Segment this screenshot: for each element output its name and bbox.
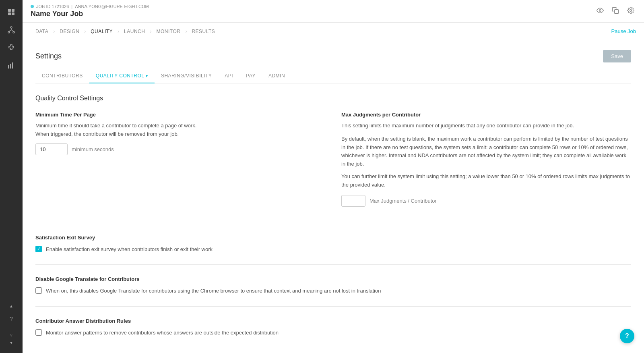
sidebar-collapse-down[interactable]: ▼ bbox=[9, 341, 13, 345]
nav-tab-results-label: RESULTS bbox=[192, 29, 215, 34]
tab-quality-control[interactable]: QUALITY CONTROL ▾ bbox=[89, 69, 155, 83]
nav-tabs: DATA › DESIGN › QUALITY › LAUNCH › MONIT… bbox=[23, 23, 644, 40]
sidebar: ▲ ? v ▼ bbox=[0, 0, 23, 353]
settings-title: Settings bbox=[35, 52, 62, 60]
answer-distribution-checkbox[interactable] bbox=[35, 329, 42, 336]
google-translate-row: When on, this disables Google Translate … bbox=[35, 287, 631, 295]
max-judgments-unit: Max Judgments / Contributor bbox=[369, 198, 437, 204]
answer-distribution-title: Contributor Answer Distribution Rules bbox=[35, 318, 631, 324]
nav-tab-data[interactable]: DATA bbox=[31, 23, 53, 40]
two-col-section: Minimum Time Per Page Minimum time it sh… bbox=[35, 112, 631, 207]
nav-tab-quality-label: QUALITY bbox=[91, 29, 113, 34]
svg-line-8 bbox=[9, 30, 11, 31]
svg-point-4 bbox=[10, 27, 12, 28]
satisfaction-survey-row: ✓ Enable satisfaction exit survey when c… bbox=[35, 245, 631, 253]
settings-tabs: CONTRIBUTORS QUALITY CONTROL ▾ SHARING/V… bbox=[35, 69, 631, 83]
divider-3 bbox=[35, 306, 631, 307]
save-button[interactable]: Save bbox=[603, 50, 631, 62]
sidebar-item-hierarchy[interactable] bbox=[4, 23, 19, 37]
svg-rect-14 bbox=[615, 9, 619, 13]
topbar-actions bbox=[595, 5, 636, 17]
nav-tab-results[interactable]: RESULTS bbox=[187, 23, 220, 40]
topbar: JOB ID 1721026 | ANNA.YONG@FIGURE-EIGHT.… bbox=[23, 0, 644, 23]
tab-pay[interactable]: PAY bbox=[239, 69, 262, 83]
pause-job-button[interactable]: Pause Job bbox=[611, 28, 636, 34]
help-button[interactable]: ? bbox=[620, 329, 634, 343]
eye-icon[interactable] bbox=[595, 5, 605, 17]
google-translate-label: When on, this disables Google Translate … bbox=[46, 287, 381, 295]
answer-distribution-section: Contributor Answer Distribution Rules Mo… bbox=[35, 318, 631, 337]
satisfaction-survey-label: Enable satisfaction exit survey when con… bbox=[46, 245, 213, 253]
nav-tab-launch[interactable]: LAUNCH bbox=[119, 23, 150, 40]
topbar-meta: JOB ID 1721026 | ANNA.YONG@FIGURE-EIGHT.… bbox=[31, 4, 595, 18]
min-time-input-row: minimum seconds bbox=[35, 143, 325, 155]
google-translate-checkbox[interactable] bbox=[35, 287, 42, 294]
sidebar-bottom: ▲ ? v ▼ bbox=[4, 304, 19, 345]
nav-tab-monitor[interactable]: MONITOR bbox=[151, 23, 185, 40]
nav-tab-launch-label: LAUNCH bbox=[124, 29, 145, 34]
sidebar-logo[interactable] bbox=[4, 5, 19, 19]
max-judgments-desc-1: This setting limits the maximum number o… bbox=[341, 122, 631, 130]
max-judgments-label: Max Judgments per Contributor bbox=[341, 112, 631, 118]
max-judgments-desc-3: You can further limit the system limit u… bbox=[341, 172, 631, 189]
sidebar-version: v bbox=[10, 332, 12, 337]
settings-content: Settings Save CONTRIBUTORS QUALITY CONTR… bbox=[23, 40, 644, 353]
satisfaction-survey-section: Satisfaction Exit Survey ✓ Enable satisf… bbox=[35, 235, 631, 253]
satisfaction-survey-title: Satisfaction Exit Survey bbox=[35, 235, 631, 241]
min-time-unit: minimum seconds bbox=[72, 146, 114, 152]
job-id-text: JOB ID 1721026 bbox=[36, 4, 69, 9]
copy-icon[interactable] bbox=[610, 5, 621, 17]
section-title: Quality Control Settings bbox=[35, 95, 631, 102]
nav-tab-monitor-label: MONITOR bbox=[156, 29, 180, 34]
user-email: ANNA.YONG@FIGURE-EIGHT.COM bbox=[75, 4, 149, 9]
answer-distribution-row: Monitor answer patterns to remove contri… bbox=[35, 329, 631, 337]
svg-point-5 bbox=[8, 31, 10, 33]
sidebar-item-chart[interactable] bbox=[4, 58, 19, 73]
svg-rect-2 bbox=[8, 12, 11, 15]
max-judgments-input[interactable] bbox=[341, 195, 365, 207]
svg-rect-1 bbox=[12, 9, 14, 12]
min-time-label: Minimum Time Per Page bbox=[35, 112, 325, 118]
sidebar-collapse-up[interactable]: ▲ bbox=[9, 304, 13, 308]
dropdown-arrow-icon: ▾ bbox=[146, 74, 148, 78]
tab-sharing[interactable]: SHARING/VISIBILITY bbox=[155, 69, 218, 83]
separator: | bbox=[71, 4, 72, 9]
svg-rect-3 bbox=[12, 12, 14, 15]
svg-rect-11 bbox=[10, 64, 11, 69]
nav-tab-design[interactable]: DESIGN bbox=[55, 23, 84, 40]
svg-point-6 bbox=[13, 31, 14, 33]
answer-distribution-label: Monitor answer patterns to remove contri… bbox=[46, 329, 279, 337]
job-name: Name Your Job bbox=[31, 10, 595, 18]
satisfaction-survey-checkbox[interactable]: ✓ bbox=[35, 246, 42, 252]
min-time-group: Minimum Time Per Page Minimum time it sh… bbox=[35, 112, 325, 207]
status-dot bbox=[31, 5, 34, 8]
google-translate-section: Disable Google Translate for Contributor… bbox=[35, 276, 631, 295]
settings-icon[interactable] bbox=[625, 5, 636, 17]
nav-tab-quality[interactable]: QUALITY bbox=[86, 23, 118, 40]
sidebar-item-puzzle[interactable] bbox=[4, 40, 19, 55]
svg-rect-12 bbox=[12, 62, 13, 69]
divider-2 bbox=[35, 264, 631, 265]
google-translate-title: Disable Google Translate for Contributor… bbox=[35, 276, 631, 282]
nav-tab-data-label: DATA bbox=[35, 29, 48, 34]
app-layout: ▲ ? v ▼ JOB ID 1721026 | ANNA.YONG@FIGUR… bbox=[0, 0, 644, 353]
settings-header: Settings Save bbox=[35, 50, 631, 62]
topbar-job-id: JOB ID 1721026 | ANNA.YONG@FIGURE-EIGHT.… bbox=[31, 4, 595, 9]
max-judgments-input-row: Max Judgments / Contributor bbox=[341, 195, 631, 207]
sidebar-help-icon[interactable]: ? bbox=[4, 311, 19, 326]
min-time-desc-1: Minimum time it should take a contributo… bbox=[35, 122, 325, 139]
nav-tab-design-label: DESIGN bbox=[60, 29, 79, 34]
main-content: JOB ID 1721026 | ANNA.YONG@FIGURE-EIGHT.… bbox=[23, 0, 644, 353]
tab-admin[interactable]: ADMIN bbox=[262, 69, 291, 83]
svg-point-13 bbox=[599, 9, 601, 11]
max-judgments-desc-2: By default, when the setting is blank, t… bbox=[341, 135, 631, 168]
divider-1 bbox=[35, 223, 631, 223]
svg-line-9 bbox=[11, 30, 14, 31]
svg-rect-0 bbox=[8, 9, 11, 12]
svg-point-15 bbox=[630, 9, 632, 11]
tab-contributors[interactable]: CONTRIBUTORS bbox=[35, 69, 89, 83]
svg-rect-10 bbox=[8, 65, 9, 69]
max-judgments-group: Max Judgments per Contributor This setti… bbox=[341, 112, 631, 207]
tab-api[interactable]: API bbox=[218, 69, 239, 83]
min-time-input[interactable] bbox=[35, 143, 68, 155]
